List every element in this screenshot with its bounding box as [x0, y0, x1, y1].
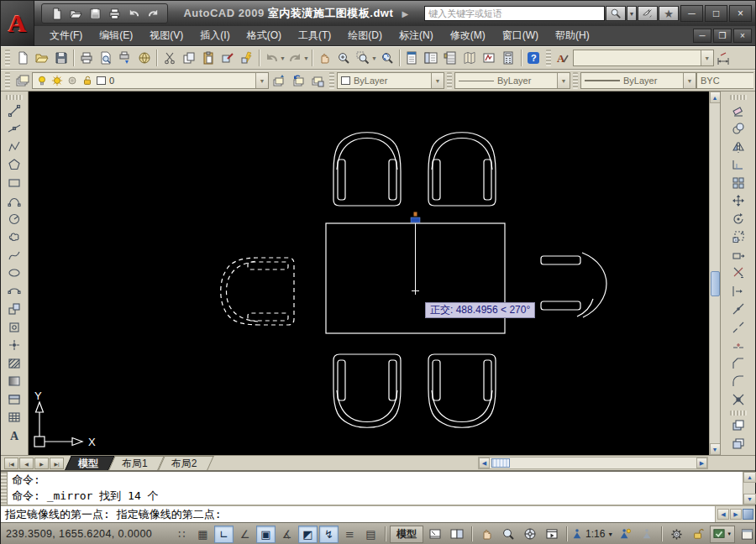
window-maximize-button[interactable]: □: [705, 5, 727, 22]
layer-previous-button[interactable]: [288, 71, 307, 91]
qat-undo-button[interactable]: [125, 6, 142, 21]
toolbar-lock-button[interactable]: [688, 526, 708, 543]
command-scroll-down-arrow[interactable]: ▼: [743, 494, 756, 505]
chamfer-button[interactable]: [727, 354, 749, 373]
dim-style-button[interactable]: [714, 49, 733, 68]
toolbar-grip[interactable]: [573, 72, 578, 89]
scroll-up-arrow[interactable]: ▲: [710, 92, 721, 103]
mirror-button[interactable]: [727, 138, 749, 156]
qp-toggle-button[interactable]: ▤: [361, 526, 381, 543]
command-scroll-right-arrow[interactable]: ▶: [730, 509, 742, 520]
line-button[interactable]: [3, 102, 25, 120]
make-object-layer-current-button[interactable]: [269, 71, 288, 91]
scale-button[interactable]: [727, 228, 749, 247]
command-resize-corner[interactable]: [743, 509, 753, 520]
break-at-point-button[interactable]: [727, 301, 749, 319]
qat-save-button[interactable]: [87, 6, 103, 21]
next-tab-button[interactable]: ▶: [34, 458, 49, 469]
chevron-down-icon[interactable]: ▼: [683, 73, 696, 88]
join-button[interactable]: [727, 337, 749, 355]
point-button[interactable]: [3, 337, 25, 355]
tab-layout2[interactable]: 布局2: [161, 456, 211, 470]
zoom-previous-button[interactable]: [377, 49, 396, 68]
plot-preview-button[interactable]: [96, 49, 115, 68]
toolbar-grip[interactable]: [730, 411, 747, 416]
menu-format[interactable]: 格式(O): [239, 26, 290, 45]
help-button[interactable]: ?: [524, 49, 543, 68]
new-button[interactable]: [13, 49, 32, 68]
menu-draw[interactable]: 绘图(D): [339, 26, 391, 45]
extend-button[interactable]: [727, 282, 749, 301]
send-to-back-button[interactable]: [727, 435, 749, 453]
application-menu-button[interactable]: A: [1, 1, 34, 46]
menu-tools[interactable]: 工具(T): [290, 26, 339, 45]
lwt-toggle-button[interactable]: ≡: [340, 526, 360, 543]
toolbar-grip[interactable]: [447, 72, 452, 89]
tab-layout1[interactable]: 布局1: [112, 456, 161, 470]
grip-point[interactable]: [411, 217, 420, 222]
ellipse-button[interactable]: [3, 264, 25, 283]
toolbar-grip[interactable]: [546, 50, 551, 66]
menu-dimension[interactable]: 标注(N): [391, 26, 442, 45]
last-tab-button[interactable]: ▶|: [50, 458, 64, 469]
plot-button[interactable]: [76, 49, 96, 68]
save-button[interactable]: [51, 49, 71, 68]
quick-view-layouts-button[interactable]: [425, 526, 445, 543]
chevron-down-icon[interactable]: ▼: [701, 50, 713, 65]
plot-style-combo[interactable]: BYC: [696, 72, 753, 89]
3d-dwf-button[interactable]: [134, 49, 154, 68]
explode-button[interactable]: [727, 390, 749, 409]
doc-minimize-button[interactable]: ─: [693, 29, 711, 43]
snap-toggle-button[interactable]: ∷: [172, 526, 192, 543]
communication-center-button[interactable]: [638, 6, 658, 21]
spline-button[interactable]: [3, 246, 25, 264]
construction-line-button[interactable]: [3, 120, 25, 139]
model-space-button[interactable]: 模型: [390, 526, 423, 543]
osnap-toggle-button[interactable]: ▣: [256, 526, 276, 543]
markup-set-manager-button[interactable]: [480, 49, 499, 68]
zoom-window-button[interactable]: [354, 49, 373, 68]
command-input-line[interactable]: 指定镜像线的第一点: 指定镜像线的第二点:: [1, 506, 715, 522]
otrack-toggle-button[interactable]: ∡: [277, 526, 297, 543]
table-button[interactable]: [3, 409, 25, 427]
erase-button[interactable]: [727, 102, 749, 120]
scroll-left-arrow[interactable]: ◀: [479, 458, 490, 468]
menu-window[interactable]: 窗口(W): [494, 26, 547, 45]
toolbar-grip[interactable]: [730, 95, 747, 100]
layer-combo[interactable]: 0 ▼: [32, 72, 269, 89]
copy-object-button[interactable]: [727, 120, 749, 139]
rectangle-button[interactable]: [3, 174, 25, 192]
designcenter-button[interactable]: [422, 49, 441, 68]
multiline-text-button[interactable]: A: [3, 426, 25, 445]
color-combo[interactable]: ByLayer ▼: [337, 72, 444, 89]
toolbar-grip[interactable]: [329, 72, 334, 89]
qat-new-button[interactable]: [48, 6, 65, 21]
horizontal-scroll-thumb[interactable]: [491, 458, 510, 468]
command-horizontal-scrollbar[interactable]: ◀ ▶: [715, 506, 755, 522]
circle-button[interactable]: [3, 210, 25, 228]
favorites-button[interactable]: ★: [659, 6, 679, 21]
command-window-grip[interactable]: [1, 472, 8, 505]
show-motion-button[interactable]: [542, 526, 562, 543]
ellipse-arc-button[interactable]: [3, 282, 25, 301]
menu-view[interactable]: 视图(V): [141, 26, 192, 45]
make-block-button[interactable]: [3, 318, 25, 337]
chevron-down-icon[interactable]: ▼: [557, 73, 570, 88]
menu-file[interactable]: 文件(F): [41, 26, 91, 45]
ducs-toggle-button[interactable]: ◩: [298, 526, 318, 543]
quick-view-drawings-button[interactable]: [447, 526, 467, 543]
steering-wheel-button[interactable]: [520, 526, 540, 543]
dyn-toggle-button[interactable]: ↯: [319, 526, 339, 543]
undo-button[interactable]: [262, 49, 281, 68]
block-editor-button[interactable]: [237, 49, 256, 68]
chevron-down-icon[interactable]: ▼: [431, 73, 444, 88]
command-scroll-left-arrow[interactable]: ◀: [717, 509, 729, 520]
layer-states-manager-button[interactable]: [307, 71, 327, 91]
break-button[interactable]: [727, 318, 749, 337]
fillet-button[interactable]: [727, 373, 749, 391]
infocenter-search-input[interactable]: [424, 6, 605, 21]
text-style-combo[interactable]: ▼: [573, 50, 714, 66]
clean-screen-button[interactable]: [737, 526, 756, 543]
insert-block-button[interactable]: [3, 301, 25, 319]
application-status-button[interactable]: ▼: [710, 526, 735, 543]
